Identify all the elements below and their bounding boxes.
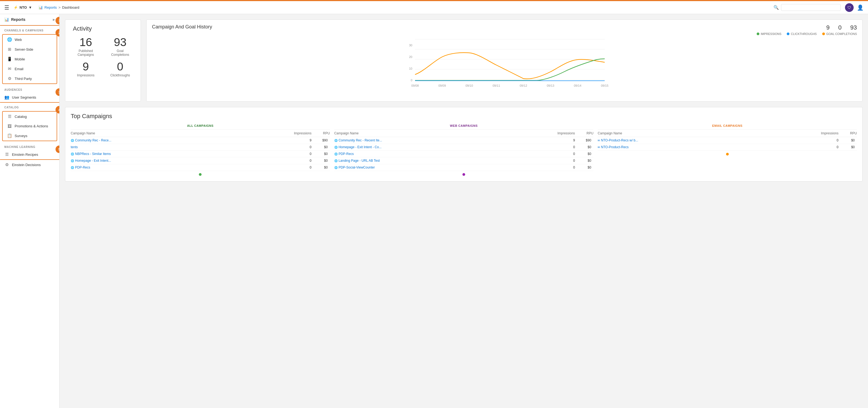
campaign-impressions: 0 [292, 159, 314, 162]
svg-text:20: 20 [409, 55, 412, 59]
sidebar-item-user-segments[interactable]: 👥 User Segments [0, 92, 59, 102]
table-row: 🌐 Landing Page - URL AB Test 0 $0 [334, 157, 594, 164]
stat-published-number: 16 [73, 37, 99, 48]
sidebar-item-mobile[interactable]: 📱 Mobile [3, 54, 57, 64]
catalog-section: CATALOG ☰ Catalog 🖼 Promotions & Actions… [0, 103, 59, 141]
chart-svg-container: 0 10 20 30 09/08 09/09 09/10 09/11 09/12… [152, 37, 857, 97]
sidebar-reports-label: Reports [11, 17, 26, 22]
main-layout: 📊 Reports ▶ 1 CHANNELS & CAMPAIGNS 🌐 Web… [0, 14, 868, 408]
user-segments-icon: 👥 [4, 95, 9, 100]
web-campaigns-col-headers: Campaign Name Impressions RPU [334, 130, 594, 137]
campaign-link[interactable]: 🌐 PDP-Recs [71, 165, 292, 169]
campaign-link[interactable]: 🌐 Landing Page - URL AB Test [334, 159, 556, 162]
campaign-link[interactable]: ✉ NTO-Product-Recs w/ b... [598, 138, 819, 142]
user-icon[interactable]: 👤 [857, 4, 864, 11]
svg-text:10: 10 [409, 67, 412, 70]
promotions-icon: 🖼 [7, 124, 12, 128]
breadcrumb-separator: > [59, 5, 61, 9]
campaign-link[interactable]: ✉ NTO-Product-Recs [598, 145, 819, 149]
sidebar-item-catalog[interactable]: ☰ Catalog [3, 112, 57, 121]
email-col-impressions: Impressions [819, 131, 841, 135]
search-icon[interactable]: 🔍 [773, 5, 779, 10]
campaign-impressions: 0 [555, 165, 577, 169]
all-col-rpu: RPU [314, 131, 330, 135]
einstein-decisions-icon: ⚙ [4, 162, 9, 167]
activity-stats: 16 PublishedCampaigns 93 GoalCompletions… [73, 37, 133, 77]
sidebar-item-third-party[interactable]: ⚙ Third Party [3, 74, 57, 84]
all-campaigns-table: ALL CAMPAIGNS Campaign Name Impressions … [71, 124, 330, 176]
campaign-link[interactable]: 🌐 Community Rec - Rece... [71, 138, 292, 142]
legend-completions-label: GOAL COMPLETIONS [826, 32, 857, 35]
campaign-impressions: 9 [555, 138, 577, 142]
activity-title: Activity [73, 25, 133, 32]
sidebar-item-einstein-recipes[interactable]: ☰ Einstein Recipes [0, 150, 59, 159]
legend-impressions-label: IMPRESSIONS [761, 32, 781, 35]
surveys-icon: 📋 [7, 133, 12, 138]
campaign-impressions: 0 [819, 138, 841, 142]
sidebar-item-server-side[interactable]: ⊞ Server-Side [3, 44, 57, 54]
search-input[interactable] [781, 4, 841, 11]
sidebar-item-einstein-recipes-label: Einstein Recipes [12, 153, 38, 157]
table-row: ✉ NTO-Product-Recs 0 $0 [598, 144, 857, 151]
stat-impressions-label: Impressions [73, 73, 99, 77]
web-campaigns-dot-indicator [334, 173, 594, 176]
audiences-section-label: AUDIENCES [0, 85, 59, 92]
web-campaigns-dot [462, 173, 465, 176]
dashboard-top-row: Activity 16 PublishedCampaigns 93 GoalCo… [65, 20, 863, 102]
org-selector[interactable]: ⚡ NTO ▼ [13, 5, 32, 9]
all-campaigns-dot [199, 173, 202, 176]
catalog-icon: ☰ [7, 114, 12, 119]
campaign-impressions: 9 [292, 138, 314, 142]
sidebar-item-email[interactable]: ✉ Email [3, 64, 57, 74]
svg-text:09/11: 09/11 [493, 84, 500, 87]
all-campaigns-header: ALL CAMPAIGNS [71, 124, 330, 130]
svg-text:09/12: 09/12 [520, 84, 527, 87]
campaign-impressions: 0 [292, 145, 314, 149]
campaign-link[interactable]: 🌐 Homepage - Exit Intent - Co... [334, 145, 556, 149]
campaign-link[interactable]: 🌐 PDP-Recs [334, 152, 556, 156]
hamburger-menu-icon[interactable]: ☰ [4, 4, 9, 11]
email-icon: ✉ [7, 66, 12, 71]
campaign-link[interactable]: tents [71, 145, 292, 149]
top-campaigns-title: Top Campaigns [71, 113, 857, 120]
reports-chart-icon: 📊 [4, 17, 9, 22]
sidebar-item-server-side-label: Server-Side [14, 48, 33, 52]
breadcrumb: 📊 Reports > Dashboard [38, 5, 80, 9]
svg-text:09/15: 09/15 [601, 84, 609, 87]
org-name: NTO [20, 5, 27, 9]
stat-clickthroughs: 0 Clickthroughs [107, 61, 133, 77]
breadcrumb-reports-link[interactable]: Reports [44, 5, 57, 9]
email-col-rpu: RPU [841, 131, 857, 135]
campaign-link[interactable]: 🌐 NBPRecs - Similar Items [71, 152, 292, 156]
svg-text:09/13: 09/13 [547, 84, 554, 87]
campaign-link[interactable]: 🌐 Community Rec - Recent Ite... [334, 138, 556, 142]
table-row: 🌐 PDP-Recs 0 $0 [71, 164, 330, 171]
sidebar-item-surveys[interactable]: 📋 Surveys [3, 131, 57, 140]
campaign-rpu: $0 [841, 138, 857, 142]
campaign-rpu: $0 [314, 152, 330, 156]
all-campaigns-dot-indicator [71, 173, 330, 176]
stat-published: 16 PublishedCampaigns [73, 37, 99, 57]
legend-clickthroughs-label: CLICKTHROUGHS [791, 32, 816, 35]
chart-stat-completions: 93 [850, 24, 857, 31]
stat-published-label: PublishedCampaigns [73, 49, 99, 57]
sidebar-reports[interactable]: 📊 Reports ▶ [0, 14, 59, 25]
campaign-link[interactable]: 🌐 Homepage - Exit Intent... [71, 159, 292, 162]
table-row: tents 0 $0 [71, 144, 330, 151]
sidebar-item-web[interactable]: 🌐 Web [3, 35, 57, 44]
all-col-name: Campaign Name [71, 131, 292, 135]
breadcrumb-current: Dashboard [62, 5, 80, 9]
table-row: 🌐 Homepage - Exit Intent... 0 $0 [71, 157, 330, 164]
stat-clickthroughs-number: 0 [107, 61, 133, 72]
sidebar-item-einstein-decisions[interactable]: ⚙ Einstein Decisions [0, 160, 59, 169]
chart-card: Campaign And Goal History 9 0 93 [146, 20, 863, 102]
campaign-rpu: $0 [314, 145, 330, 149]
shield-icon[interactable]: 🛡 [845, 3, 854, 12]
sidebar-item-promotions[interactable]: 🖼 Promotions & Actions [3, 121, 57, 131]
web-campaigns-header: WEB CAMPAIGNS [334, 124, 594, 130]
sidebar: 📊 Reports ▶ 1 CHANNELS & CAMPAIGNS 🌐 Web… [0, 14, 60, 408]
stat-impressions-number: 9 [73, 61, 99, 72]
campaign-link[interactable]: 🌐 PDP-Social-ViewCounter [334, 165, 556, 169]
table-row: 🌐 NBPRecs - Similar Items 0 $0 [71, 151, 330, 157]
chart-stat-impressions: 9 [826, 24, 830, 31]
